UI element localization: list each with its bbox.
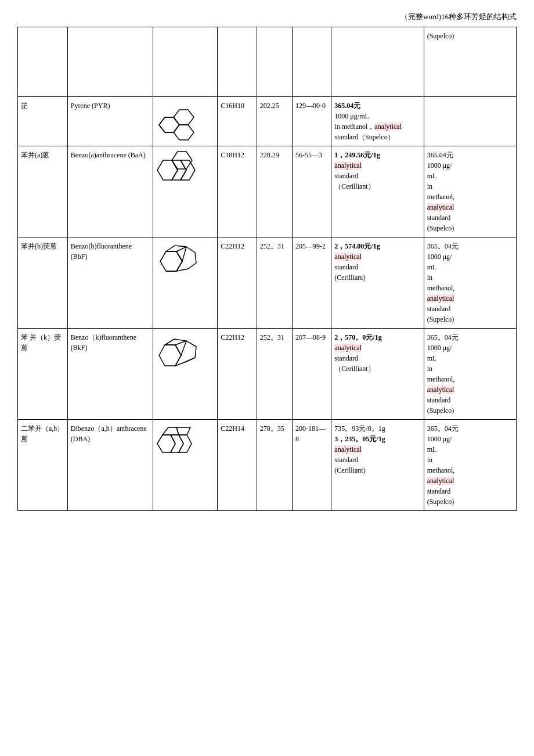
svg-marker-18: [179, 435, 192, 452]
cell-formula-empty: [218, 27, 257, 97]
cell-formula-baa: C18H12: [218, 146, 257, 237]
page-header: （完整word)16种多环芳烃的结构式: [17, 12, 517, 22]
cell-mw-bkf: 252。31: [257, 329, 292, 420]
cell-cas-bbf: 205—99-2: [292, 237, 331, 329]
cell-cn-empty: [18, 27, 68, 97]
svg-marker-12: [159, 345, 181, 366]
svg-marker-17: [171, 435, 183, 452]
cell-mw-pyrene: 202.25: [257, 97, 292, 146]
page-title: （完整word)16种多环芳烃的结构式: [400, 12, 517, 21]
cell-formula-dba: C22H14: [218, 420, 257, 511]
table-row-pyrene: 芘 Pyrene (PYR): [18, 97, 517, 146]
svg-marker-3: [159, 117, 179, 132]
dba-structure: [156, 423, 203, 464]
svg-marker-6: [181, 160, 195, 180]
cell-price2-bkf: 365。04元 1000 μg/ mL in methanol, analyti…: [424, 329, 516, 420]
cell-struct-dba: [153, 420, 218, 511]
cell-en-empty: [67, 27, 153, 97]
cell-en-dba: Dibenzo（a,h）anthracene (DBA): [67, 420, 153, 511]
cell-cn-pyrene: 芘: [18, 97, 68, 146]
cell-en-bbf: Benzo(b)fluoranthene (BbF): [67, 237, 153, 329]
cell-mw-baa: 228.29: [257, 146, 292, 237]
cell-price1-bbf: 2，574.00元/1g analytical standard (Cerill…: [331, 237, 424, 329]
cell-en-baa: Benzo(a)anthracene (BaA): [67, 146, 153, 237]
cell-struct-pyrene: [153, 97, 218, 146]
cell-price1-dba: 735。93元/0。1g 3，235。05元/1g analytical sta…: [331, 420, 424, 511]
svg-marker-1: [174, 110, 194, 125]
cell-price1-baa: 1，249.56元/1g analytical standard （Cerill…: [331, 146, 424, 237]
cell-formula-pyrene: C16H10: [218, 97, 257, 146]
table-row-dba: 二苯并（a,h）蒽 Dibenzo（a,h）anthracene (DBA) C…: [18, 420, 517, 511]
bkf-structure: [156, 332, 203, 373]
table-row-baa: 苯并(a)蒽 Benzo(a)anthracene (BaA) C18H12 2…: [18, 146, 517, 237]
cell-cn-baa: 苯并(a)蒽: [18, 146, 68, 237]
cell-cn-bkf: 苯 并（k）荧蒽: [18, 329, 68, 420]
svg-line-15: [185, 358, 195, 362]
cell-cn-bbf: 苯并(b)荧蒽: [18, 237, 68, 329]
cell-price1-empty: [331, 27, 424, 97]
svg-marker-16: [157, 435, 175, 452]
cell-cas-bkf: 207—08-9: [292, 329, 331, 420]
svg-marker-0: [159, 117, 179, 132]
cell-price2-pyrene: [424, 97, 516, 146]
svg-marker-8: [160, 251, 182, 271]
cell-en-pyrene: Pyrene (PYR): [67, 97, 153, 146]
svg-marker-20: [176, 427, 190, 435]
cell-struct-empty: [153, 27, 218, 97]
table-row-bkf: 苯 并（k）荧蒽 Benzo（k)fluoranthene (BkF) C22H…: [18, 329, 517, 420]
cell-cn-dba: 二苯并（a,h）蒽: [18, 420, 68, 511]
main-table: (Supelco) 芘 Pyrene (PYR): [17, 27, 517, 511]
cell-price2-dba: 365。04元 1000 μg/ mL in methanol, analyti…: [424, 420, 516, 511]
cell-price2-baa: 365.04元 1000 μg/ mL in methanol, analyti…: [424, 146, 516, 237]
cell-struct-baa: [153, 146, 218, 237]
pyrene-structure: [156, 100, 203, 141]
cell-cas-baa: 56-55—3: [292, 146, 331, 237]
svg-marker-9: [176, 247, 196, 271]
cell-price2-empty: (Supelco): [424, 27, 516, 97]
table-row-bbf: 苯并(b)荧蒽 Benzo(b)fluoranthene (BbF) C22H1…: [18, 237, 517, 329]
table-row-empty: (Supelco): [18, 27, 517, 97]
cell-en-bkf: Benzo（k)fluoranthene (BkF): [67, 329, 153, 420]
cell-mw-empty: [257, 27, 292, 97]
cell-price1-pyrene: 365.04元 1000 μg/mL in methanol，analytica…: [331, 97, 424, 146]
cell-formula-bkf: C22H12: [218, 329, 257, 420]
cell-mw-dba: 278。35: [257, 420, 292, 511]
cell-cas-empty: [292, 27, 331, 97]
cell-cas-pyrene: 129—00-0: [292, 97, 331, 146]
svg-marker-14: [165, 339, 186, 355]
cell-struct-bbf: [153, 237, 218, 329]
cell-struct-bkf: [153, 329, 218, 420]
baa-structure: [156, 150, 203, 190]
cell-mw-bbf: 252。31: [257, 237, 292, 329]
svg-marker-4: [157, 160, 178, 180]
bbf-structure: [156, 241, 203, 282]
cell-price2-bbf: 365。04元 1000 μg/ mL in methanol, analyti…: [424, 237, 516, 329]
cell-cas-dba: 200-181—8: [292, 420, 331, 511]
cell-price1-bkf: 2，570。0元/1g analytical standard （Cerilli…: [331, 329, 424, 420]
cell-formula-bbf: C22H12: [218, 237, 257, 329]
svg-marker-19: [163, 427, 179, 435]
svg-marker-2: [174, 125, 194, 140]
